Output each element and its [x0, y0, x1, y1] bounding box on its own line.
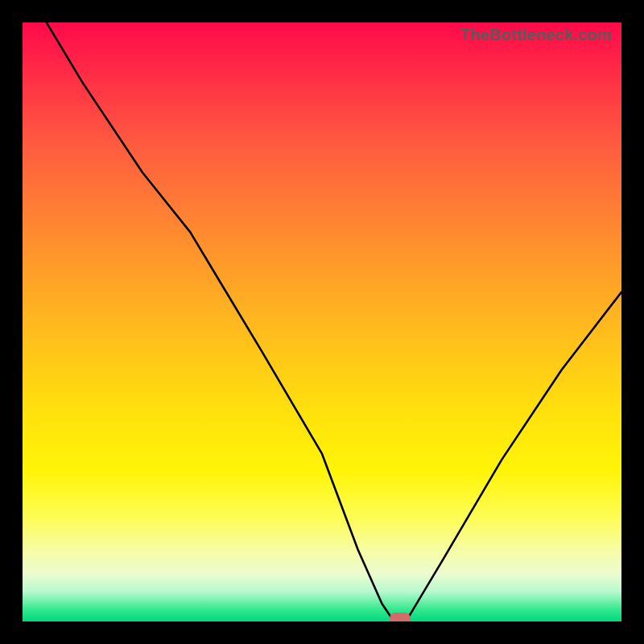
plot-area: TheBottleneck.com: [23, 23, 621, 621]
watermark-text: TheBottleneck.com: [460, 26, 612, 44]
bottleneck-curve: [23, 23, 621, 621]
minimum-marker: [390, 613, 411, 621]
chart-frame: TheBottleneck.com: [0, 0, 644, 644]
